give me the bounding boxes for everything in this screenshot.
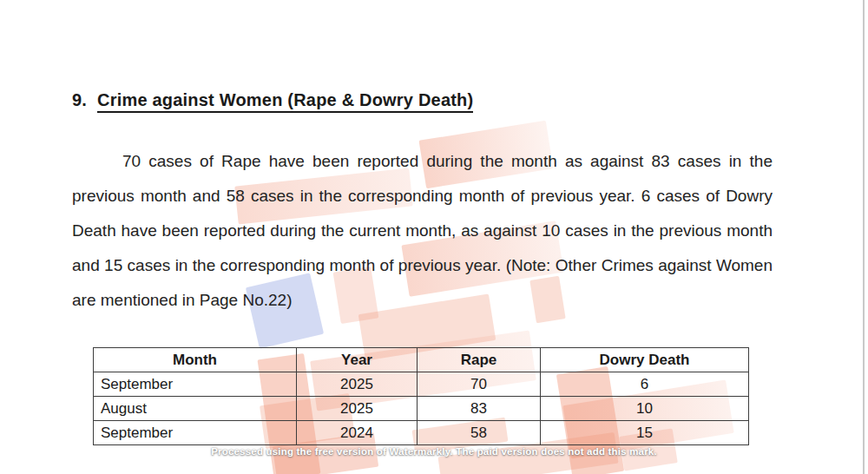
section-heading: 9.Crime against Women (Rape & Dowry Deat… (72, 90, 473, 110)
column-header-year: Year (297, 348, 418, 372)
table-header-row: Month Year Rape Dowry Death (94, 348, 749, 372)
report-paragraph: 70 cases of Rape have been reported duri… (72, 144, 773, 318)
document-content: 9.Crime against Women (Rape & Dowry Deat… (0, 0, 868, 474)
table-cell-month: August (94, 397, 297, 421)
table-cell-dowry-death: 6 (541, 372, 749, 397)
table-cell-dowry-death: 10 (541, 397, 749, 421)
table-row: September 2024 58 15 (94, 421, 749, 445)
table-cell-rape: 83 (418, 397, 541, 421)
section-number: 9. (72, 90, 87, 109)
table-row: August 2025 83 10 (94, 397, 749, 421)
column-header-dowry-death: Dowry Death (541, 348, 749, 372)
page-edge-line (863, 0, 865, 474)
table-cell-rape: 70 (418, 372, 541, 397)
column-header-rape: Rape (418, 348, 541, 372)
table-cell-year: 2025 (297, 397, 418, 421)
table-cell-year: 2024 (297, 421, 418, 445)
table-cell-month: September (94, 372, 297, 397)
table-cell-month: September (94, 421, 297, 445)
table-row: September 2025 70 6 (94, 372, 749, 397)
section-title: Crime against Women (Rape & Dowry Death) (97, 90, 473, 113)
document-page: 9.Crime against Women (Rape & Dowry Deat… (0, 0, 868, 474)
table-cell-year: 2025 (297, 372, 418, 397)
column-header-month: Month (94, 348, 297, 372)
table-cell-dowry-death: 15 (541, 421, 749, 445)
table-cell-rape: 58 (418, 421, 541, 445)
crime-stats-table: Month Year Rape Dowry Death September 20… (93, 347, 749, 445)
